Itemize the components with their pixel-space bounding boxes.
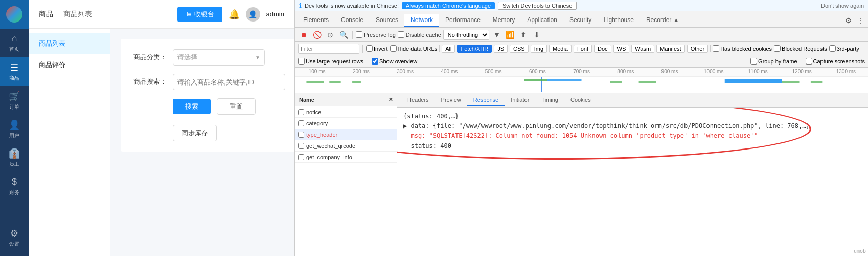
sidebar-label-users: 用户 — [9, 132, 19, 139]
tab-security[interactable]: Security — [563, 14, 598, 27]
type-header-name: type_header — [306, 132, 337, 138]
switch-devtools-button[interactable]: Switch DevTools to Chinese — [498, 2, 577, 10]
type-header-checkbox[interactable] — [298, 132, 304, 138]
network-list: Name ✕ notice category type_header get_w… — [295, 93, 397, 256]
filter-manifest-btn[interactable]: Manifest — [656, 45, 685, 53]
menu-item-product-review[interactable]: 商品评价 — [29, 54, 110, 76]
sidebar-item-users[interactable]: 👤 用户 — [0, 115, 29, 143]
upload-icon[interactable]: ⬆ — [518, 29, 529, 40]
response-content: {status: 400,…} ▶ data: {file: "/www/www… — [397, 108, 868, 256]
toolbar-divider-1 — [352, 31, 353, 39]
users-icon: 👤 — [9, 119, 20, 131]
detail-tab-preview[interactable]: Preview — [435, 95, 467, 106]
wifi-icon[interactable]: 📶 — [505, 29, 516, 40]
filter-wasm-btn[interactable]: Wasm — [631, 45, 654, 53]
sync-button[interactable]: 同步库存 — [173, 125, 217, 141]
search-icon[interactable]: 🔍 — [338, 29, 349, 40]
category-checkbox[interactable] — [298, 120, 304, 126]
company-info-checkbox[interactable] — [298, 154, 304, 160]
list-item-get-company-info[interactable]: get_company_info — [295, 152, 397, 163]
category-placeholder: 请选择 — [177, 53, 197, 62]
invert-checkbox[interactable]: Invert — [366, 45, 388, 52]
nav-breadcrumb: 商品列表 — [63, 10, 92, 19]
detail-tab-response[interactable]: Response — [467, 95, 505, 106]
tab-network[interactable]: Network — [404, 14, 439, 27]
svg-rect-6 — [610, 81, 622, 83]
form-row-search: 商品搜索： — [131, 74, 285, 90]
tab-memory[interactable]: Memory — [487, 14, 521, 27]
tab-elements[interactable]: Elements — [297, 14, 335, 27]
detail-tab-headers[interactable]: Headers — [401, 95, 435, 106]
sidebar: ⌂ 首页 ☰ 商品 🛒 订单 👤 用户 👔 员工 $ 财务 ⚙ 设置 — [0, 0, 29, 256]
settings-devtools-icon[interactable]: ⚙ — [842, 15, 854, 26]
third-party-checkbox[interactable]: 3rd-party — [829, 45, 859, 52]
list-item-category[interactable]: category — [295, 118, 397, 129]
filter-ws-btn[interactable]: WS — [613, 45, 630, 53]
match-language-button[interactable]: Always match Chrome's language — [402, 2, 495, 9]
sidebar-label-settings: 设置 — [9, 241, 19, 248]
filter-icon[interactable]: ⊙ — [325, 29, 336, 40]
network-detail: Headers Preview Response Initiator Timin… — [397, 93, 868, 256]
options-left: Use large request rows Show overview — [298, 58, 417, 65]
detail-tab-cookies[interactable]: Cookies — [564, 95, 597, 106]
throttling-arrow-icon[interactable]: ▼ — [491, 29, 502, 40]
tab-performance[interactable]: Performance — [439, 14, 487, 27]
category-select[interactable]: 请选择 ▼ — [173, 49, 265, 66]
filter-media-btn[interactable]: Media — [549, 45, 572, 53]
wechat-qrcode-checkbox[interactable] — [298, 143, 304, 149]
tab-sources[interactable]: Sources — [370, 14, 404, 27]
disable-cache-checkbox[interactable]: Disable cache — [398, 31, 441, 38]
list-item-get-wechat-qrcode[interactable]: get_wechat_qrcode — [295, 140, 397, 152]
tl-200ms: 200 ms — [339, 69, 383, 75]
detail-tab-initiator[interactable]: Initiator — [505, 95, 535, 106]
sidebar-item-orders[interactable]: 🛒 订单 — [0, 86, 29, 115]
sidebar-item-home[interactable]: ⌂ 首页 — [0, 29, 29, 57]
filter-fetch-xhr-btn[interactable]: Fetch/XHR — [457, 45, 492, 53]
search-button[interactable]: 搜索 — [173, 99, 211, 114]
menu-item-product-list[interactable]: 商品列表 — [29, 33, 110, 54]
sidebar-item-settings[interactable]: ⚙ 设置 — [0, 223, 29, 252]
filter-img-btn[interactable]: Img — [531, 45, 547, 53]
dismiss-button[interactable]: Don't show again — [821, 3, 864, 9]
sidebar-item-finance[interactable]: $ 财务 — [0, 172, 29, 201]
collect-button[interactable]: 🖥 收银台 — [177, 7, 222, 22]
filter-other-btn[interactable]: Other — [687, 45, 709, 53]
list-item-type-header[interactable]: type_header — [295, 129, 397, 140]
tab-application[interactable]: Application — [521, 14, 563, 27]
throttling-select[interactable]: No throttling — [443, 30, 489, 40]
reset-button[interactable]: 重置 — [217, 98, 256, 115]
filter-css-btn[interactable]: CSS — [510, 45, 529, 53]
notification-icon[interactable]: 🔔 — [229, 9, 240, 20]
filter-input[interactable] — [298, 44, 359, 54]
blocked-requests-checkbox[interactable]: Blocked Requests — [774, 45, 827, 52]
tab-lighthouse[interactable]: Lighthouse — [598, 14, 640, 27]
list-item-notice[interactable]: notice — [295, 106, 397, 118]
filter-js-btn[interactable]: JS — [494, 45, 508, 53]
network-toolbar: ⏺ 🚫 ⊙ 🔍 Preserve log Disable cache No th… — [295, 28, 868, 42]
filter-font-btn[interactable]: Font — [574, 45, 592, 53]
filter-doc-btn[interactable]: Doc — [594, 45, 611, 53]
preserve-log-checkbox[interactable]: Preserve log — [356, 31, 396, 38]
capture-screenshots-checkbox[interactable]: Capture screenshots — [806, 58, 865, 65]
form-row-category: 商品分类： 请选择 ▼ — [131, 49, 285, 66]
record-icon[interactable]: ⏺ — [298, 29, 309, 40]
filter-all-btn[interactable]: All — [442, 45, 455, 53]
has-blocked-cookies-checkbox[interactable]: Has blocked cookies — [713, 45, 772, 52]
notice-checkbox[interactable] — [298, 109, 304, 115]
use-large-rows-checkbox[interactable]: Use large request rows — [298, 58, 363, 65]
more-tools-icon[interactable]: ⋮ — [855, 15, 866, 26]
show-overview-checkbox[interactable]: Show overview — [372, 58, 417, 65]
hide-data-urls-checkbox[interactable]: Hide data URLs — [390, 45, 438, 52]
tab-console[interactable]: Console — [335, 14, 370, 27]
search-input[interactable] — [173, 74, 285, 90]
detail-tab-timing[interactable]: Timing — [535, 95, 564, 106]
group-by-frame-checkbox[interactable]: Group by frame — [750, 58, 797, 65]
close-panel-icon[interactable]: ✕ — [389, 97, 393, 102]
download-icon[interactable]: ⬇ — [531, 29, 542, 40]
svg-rect-3 — [352, 81, 361, 83]
tab-recorder[interactable]: Recorder ▲ — [640, 14, 686, 27]
svg-rect-9 — [782, 81, 800, 83]
clear-icon[interactable]: 🚫 — [311, 29, 323, 40]
sidebar-item-products[interactable]: ☰ 商品 — [0, 57, 29, 86]
sidebar-item-staff[interactable]: 👔 员工 — [0, 143, 29, 172]
